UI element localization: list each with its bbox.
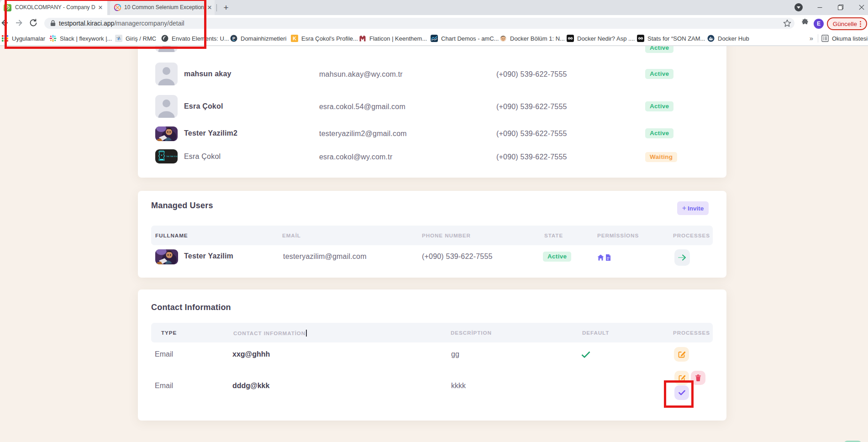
- user-email: mahsun.akay@wy.com.tr: [319, 70, 403, 79]
- contact-description: gg: [451, 350, 459, 358]
- bookmark-star-icon[interactable]: [783, 19, 791, 27]
- managed-user-name: Tester Yazilim: [184, 252, 233, 260]
- column-header: PROCESSES: [673, 330, 710, 336]
- text-cursor: [306, 330, 307, 337]
- page-content: Active mahsun akay mahsun.akay@wy.com.tr…: [0, 0, 868, 442]
- default-check-icon: [581, 351, 590, 358]
- user-name: Esra Çokol: [184, 102, 223, 110]
- contact-information-title: Contact Information: [151, 303, 231, 312]
- window-restore-button[interactable]: [830, 0, 851, 15]
- reading-list-icon: [821, 35, 829, 42]
- bookmark-stats[interactable]: Stats for “SON ZAM...: [637, 31, 705, 46]
- bookmark-docker-nedir[interactable]: Docker Nedir? Asp ....: [567, 31, 635, 46]
- managed-user-phone: (+090) 539-622-7555: [422, 253, 493, 261]
- arrow-right-icon: [678, 254, 686, 261]
- bookmark-label: Flaticon | Keenthem...: [369, 35, 427, 42]
- status-badge: Active: [543, 252, 571, 262]
- avatar-photo: [155, 249, 178, 264]
- user-phone: (+090) 539-622-7555: [496, 153, 567, 161]
- bookmark-label: Stats for “SON ZAM...: [647, 35, 705, 42]
- status-badge: Waiting: [645, 152, 677, 162]
- column-header: CONTACT INFORMATİON: [233, 330, 307, 337]
- p-badge-icon: P: [230, 35, 237, 42]
- managed-users-title: Managed Users: [151, 201, 213, 210]
- contact-description: kkkk: [451, 382, 466, 390]
- svg-text:P: P: [232, 36, 235, 41]
- managed-users-card: FULLNAME EMAİL PHONE NUMBER STATE PERMİS…: [138, 191, 726, 278]
- contact-value: dddg@kkk: [232, 382, 269, 390]
- bookmark-amcharts[interactable]: Chart Demos - amC...: [431, 31, 499, 46]
- document-permission-icon[interactable]: [605, 254, 611, 261]
- docker-hub-icon: [707, 35, 715, 42]
- reading-list-label: Okuma listesi: [832, 35, 868, 42]
- bookmark-label: Docker Bölüm 1: N...: [510, 35, 565, 42]
- window-close-button[interactable]: [851, 0, 868, 15]
- annotation-rectangle-check: [664, 380, 694, 408]
- user-phone: (+090) 539-622-7555: [496, 70, 567, 79]
- column-header: PERMİSSİONS: [597, 232, 639, 238]
- contact-type: Email: [155, 382, 173, 390]
- status-badge: Active: [645, 101, 673, 111]
- bookmark-docker-bolum[interactable]: Docker Bölüm 1: N...: [500, 31, 565, 46]
- bookmark-label: Esra Çokol's Profile...: [301, 35, 358, 42]
- edit-icon: [678, 351, 685, 358]
- user-phone: (+090) 539-622-7555: [496, 103, 567, 111]
- bookmarks-overflow-chevron[interactable]: »: [806, 33, 816, 43]
- extensions-icon[interactable]: [801, 18, 809, 26]
- update-chrome-button[interactable]: Güncelle: [827, 17, 867, 30]
- user-email: testeryazilim2@gmail.com: [319, 130, 407, 138]
- bookmark-label: Domainhizmetleri: [241, 35, 286, 42]
- new-tab-button[interactable]: +: [221, 2, 231, 13]
- svg-text:K: K: [293, 36, 296, 41]
- reading-list[interactable]: Okuma listesi: [821, 31, 868, 46]
- bookmarks-separator: [818, 34, 818, 42]
- column-header: PHONE NUMBER: [422, 232, 471, 238]
- close-icon: [859, 5, 864, 10]
- restore-icon: [838, 5, 843, 10]
- tab-separator: [216, 4, 217, 11]
- memoji-face-icon: [500, 35, 507, 42]
- invite-button[interactable]: +Invite: [677, 201, 709, 215]
- bookmark-domainhizmetleri[interactable]: P Domainhizmetleri: [230, 31, 286, 46]
- column-header: DEFAULT: [582, 330, 609, 336]
- minimize-icon: [817, 5, 822, 10]
- chart-logo-icon: [431, 35, 438, 42]
- contact-value: xxg@ghhh: [232, 350, 270, 358]
- edit-contact-button[interactable]: [674, 347, 689, 362]
- window-minimize-button[interactable]: [809, 0, 830, 15]
- avatar-photo: [155, 126, 178, 141]
- user-name: Tester Yazilim2: [184, 129, 237, 137]
- tab2-close-icon[interactable]: ✕: [206, 5, 213, 11]
- annotation-rectangle-top: [5, 0, 206, 49]
- user-phone: (+090) 539-622-7555: [496, 130, 567, 138]
- bookmark-docker-hub[interactable]: Docker Hub: [707, 31, 749, 46]
- svg-text:THE TİME İS NOW: THE TİME İS NOW: [166, 155, 178, 158]
- bookmark-label: Chart Demos - amC...: [441, 35, 499, 42]
- row-detail-button[interactable]: [674, 249, 690, 266]
- bookmark-label: Docker Hub: [718, 35, 749, 42]
- status-badge: Active: [645, 128, 673, 138]
- tab-search-button[interactable]: [794, 3, 803, 11]
- home-permission-icon[interactable]: [597, 254, 604, 261]
- avatar-photo: THE TİME İS NOW: [155, 149, 178, 163]
- user-email: esra.cokol@wy.com.tr: [319, 153, 392, 161]
- user-name: mahsun akay: [184, 70, 231, 78]
- plus-icon: +: [682, 204, 686, 212]
- column-header: FULLNAME: [155, 232, 188, 238]
- column-header: TYPE: [161, 330, 177, 336]
- column-header: PROCESSES: [673, 232, 710, 238]
- managed-users-table-header: FULLNAME EMAİL PHONE NUMBER STATE PERMİS…: [151, 226, 713, 245]
- avatar-placeholder: [155, 63, 178, 85]
- k-badge-icon: K: [291, 35, 298, 42]
- video-badge-icon: [567, 35, 574, 42]
- avatar-placeholder: [155, 95, 178, 118]
- column-header: EMAİL: [282, 232, 301, 238]
- profile-avatar[interactable]: E: [814, 19, 824, 29]
- bookmark-kommunity[interactable]: K Esra Çokol's Profile...: [291, 31, 358, 46]
- status-badge: Active: [645, 69, 673, 79]
- column-header: STATE: [544, 232, 563, 238]
- trash-icon: [695, 374, 701, 381]
- user-name: Esra Çokol: [184, 153, 221, 161]
- contact-table-header: TYPE CONTACT INFORMATİON DESCRİPTION DEF…: [151, 323, 713, 342]
- bookmark-flaticon[interactable]: Flaticon | Keenthem...: [359, 31, 427, 46]
